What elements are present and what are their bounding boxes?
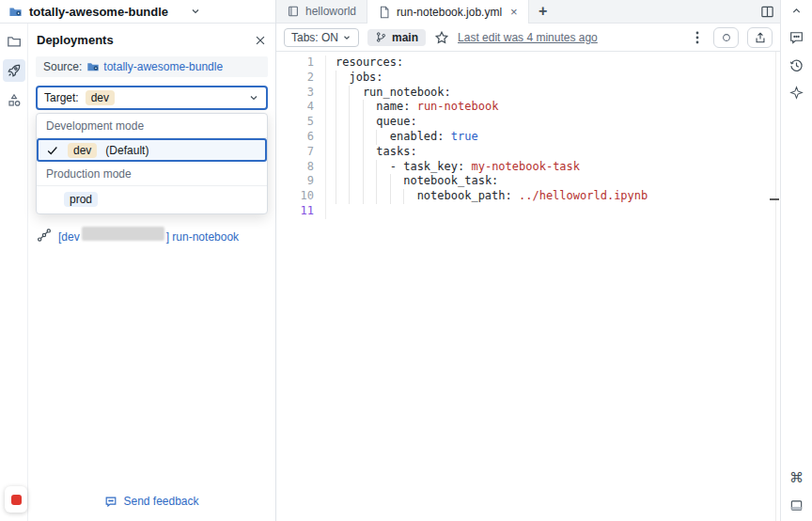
- bundle-header[interactable]: totally-awesome-bundle: [0, 0, 275, 24]
- sidebar-item-resources[interactable]: [3, 88, 25, 111]
- panel-icon-rail: [0, 24, 28, 521]
- source-bundle-link[interactable]: totally-awesome-bundle: [86, 60, 223, 73]
- code-row[interactable]: 6enabled: true: [276, 130, 780, 145]
- line-number: 3: [276, 86, 314, 101]
- code-line: resources:: [325, 55, 403, 71]
- dropdown-item-prod[interactable]: prod: [37, 186, 267, 207]
- code-row[interactable]: 7tasks:: [276, 145, 780, 160]
- code-row[interactable]: 1resources:: [276, 55, 780, 71]
- recording-indicator-chip[interactable]: [5, 486, 27, 513]
- code-editor[interactable]: 1resources:2jobs:3run_notebook:4name: ru…: [276, 52, 780, 521]
- schedule-status-button[interactable]: [713, 27, 739, 48]
- code-lines: 1resources:2jobs:3run_notebook:4name: ru…: [276, 55, 780, 219]
- send-feedback-link[interactable]: Send feedback: [28, 495, 275, 508]
- code-token: name:: [376, 100, 416, 115]
- panel-title: Deployments: [37, 33, 114, 47]
- chevron-down-icon: [248, 92, 259, 103]
- file-icon: [378, 6, 391, 19]
- code-line: enabled: true: [325, 130, 478, 145]
- line-number: 2: [276, 71, 314, 86]
- assistant-sparkle-icon[interactable]: [789, 86, 804, 100]
- tabs-toggle-label: Tabs: ON: [291, 31, 338, 44]
- code-token: notebook_task:: [403, 174, 498, 189]
- indent-guide: [336, 115, 349, 130]
- tab-label: helloworld: [305, 5, 356, 18]
- favorite-star-icon[interactable]: [434, 30, 449, 45]
- indent-guide: [403, 189, 416, 204]
- code-row[interactable]: 10notebook_path: ../helloworld.ipynb: [276, 189, 780, 204]
- code-token: tasks:: [376, 145, 416, 160]
- code-row[interactable]: 9notebook_task:: [276, 174, 780, 189]
- indent-guide: [349, 115, 362, 130]
- history-icon[interactable]: [789, 57, 804, 73]
- git-branch-chip[interactable]: main: [367, 29, 426, 46]
- job-suffix: ] run-notebook: [166, 230, 239, 244]
- indent-guide: [349, 145, 362, 160]
- editor-toolbar: Tabs: ON main Last edit was 4 minutes ag…: [276, 24, 780, 52]
- dropdown-item-dev[interactable]: dev (Default): [37, 138, 267, 162]
- split-editor-button[interactable]: [754, 0, 780, 23]
- branch-name: main: [392, 31, 418, 44]
- prod-badge: prod: [64, 192, 98, 207]
- notebook-icon: [287, 5, 300, 18]
- code-token: my-notebook-task: [471, 160, 580, 175]
- code-row[interactable]: 4name: run-notebook: [276, 100, 780, 115]
- overview-ruler: [775, 52, 776, 521]
- tab-close-icon[interactable]: ×: [510, 6, 518, 18]
- indent-guide: [390, 189, 403, 204]
- indent-guide: [363, 174, 376, 189]
- line-number: 5: [276, 115, 314, 130]
- bottom-panel-toggle-icon[interactable]: [789, 498, 804, 513]
- close-icon[interactable]: [254, 34, 267, 47]
- job-prefix: [dev: [58, 230, 80, 244]
- indent-guide: [363, 130, 376, 145]
- code-row[interactable]: 5queue:: [276, 115, 780, 130]
- code-line: notebook_task:: [325, 174, 498, 189]
- code-row[interactable]: 3run_notebook:: [276, 86, 780, 101]
- indent-guide: [376, 189, 389, 204]
- code-row[interactable]: 11: [276, 204, 780, 219]
- code-line: tasks:: [325, 145, 417, 160]
- code-token: enabled:: [390, 130, 451, 145]
- line-number: 4: [276, 100, 314, 115]
- record-icon: [11, 495, 22, 505]
- sidebar-item-deployments[interactable]: [3, 59, 25, 82]
- resources-icon: [7, 92, 22, 107]
- source-bundle-name: totally-awesome-bundle: [103, 60, 223, 73]
- comments-icon[interactable]: [789, 29, 804, 45]
- kebab-menu-icon[interactable]: [690, 30, 705, 45]
- new-tab-button[interactable]: +: [529, 0, 557, 23]
- indent-guide: [376, 174, 389, 189]
- workflow-icon: [37, 228, 52, 243]
- bundle-title: totally-awesome-bundle: [29, 5, 168, 19]
- tab-run-notebook-job-yml[interactable]: run-notebook.job.yml ×: [367, 0, 529, 24]
- code-token: true: [451, 130, 478, 145]
- default-suffix: (Default): [105, 144, 148, 157]
- code-token: run-notebook: [417, 100, 499, 115]
- chevron-down-icon: [342, 33, 351, 42]
- line-number: 1: [276, 55, 314, 71]
- collapse-chevron-up-icon[interactable]: [790, 5, 803, 17]
- deployed-job-link[interactable]: [dev] run-notebook: [58, 227, 239, 244]
- shortcuts-command-icon[interactable]: ⌘: [789, 469, 804, 486]
- dev-badge: dev: [68, 143, 97, 158]
- line-number: 9: [276, 174, 314, 189]
- code-row[interactable]: 8- task_key: my-notebook-task: [276, 160, 780, 175]
- indent-guide: [349, 174, 362, 189]
- code-row[interactable]: 2jobs:: [276, 71, 780, 86]
- sidebar-item-folder[interactable]: [3, 30, 25, 53]
- chevron-down-icon[interactable]: [190, 6, 201, 17]
- indent-guide: [336, 160, 349, 175]
- dropdown-section-header: Development mode: [37, 114, 267, 138]
- share-button[interactable]: [747, 27, 773, 48]
- indent-guide: [336, 100, 349, 115]
- indent-guide: [349, 100, 362, 115]
- tabs-toggle-chip[interactable]: Tabs: ON: [284, 28, 359, 47]
- tab-helloworld[interactable]: helloworld: [276, 0, 367, 23]
- last-edit-link[interactable]: Last edit was 4 minutes ago: [458, 31, 598, 44]
- target-select[interactable]: Target: dev: [36, 86, 268, 110]
- code-line: name: run-notebook: [325, 100, 498, 115]
- code-token: run_notebook:: [363, 86, 451, 101]
- check-icon: [46, 144, 59, 157]
- code-line: [325, 204, 336, 219]
